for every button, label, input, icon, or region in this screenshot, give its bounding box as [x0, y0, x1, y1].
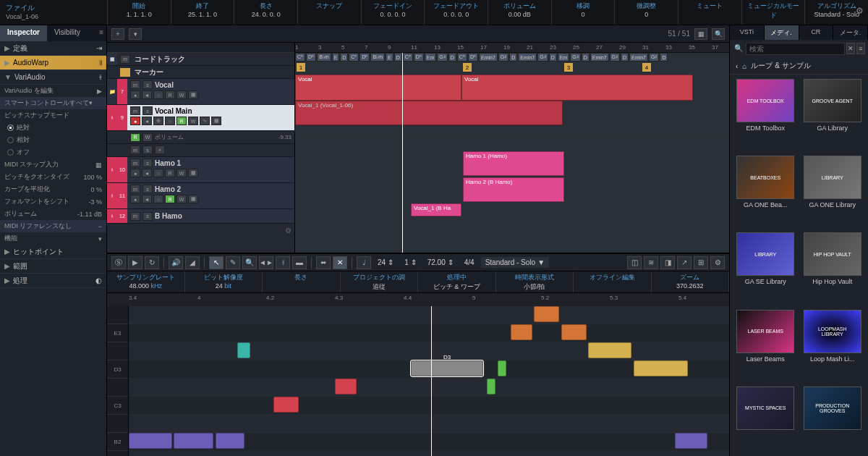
piano-key[interactable]: E3 — [107, 324, 128, 342]
clip-bhamo[interactable]: Vocal_1 (B Ha — [411, 203, 461, 216]
marker-3[interactable]: 3 — [564, 63, 573, 72]
info-field[interactable]: 開始1. 1. 1. 0 — [107, 0, 171, 25]
arrow-tool-icon[interactable]: ↖ — [209, 256, 224, 269]
info-field[interactable]: ミュート — [678, 0, 741, 25]
piano-key[interactable] — [107, 306, 128, 324]
media-item[interactable]: LIBRARYGA ONE Library — [801, 156, 864, 228]
opt-relative[interactable]: 相対 — [0, 134, 106, 146]
midi-reference[interactable]: MIDI リファレンスなし− — [0, 220, 106, 232]
variaudio-note[interactable] — [634, 360, 688, 376]
chord-event[interactable]: G♯ — [610, 53, 620, 62]
editor-info-cell[interactable]: プロジェクトの調追従 — [341, 271, 419, 292]
warp-tool-icon[interactable]: ⫲ — [276, 256, 290, 269]
variaudio-note[interactable] — [534, 306, 559, 322]
chord-event[interactable]: D — [340, 53, 348, 62]
chord-event[interactable]: D — [582, 53, 590, 62]
variaudio-note[interactable] — [675, 433, 707, 449]
info-field[interactable]: 終了25. 1. 1. 0 — [171, 0, 234, 25]
piano-key[interactable]: D3 — [107, 360, 128, 379]
editor-playhead[interactable] — [431, 306, 432, 456]
media-item[interactable]: EDM TOOLBOXEDM Toolbox — [734, 79, 797, 151]
variaudio-note[interactable] — [561, 324, 587, 340]
variaudio-note[interactable] — [588, 342, 631, 358]
chord-event[interactable]: D⁹ — [359, 53, 370, 62]
info-field[interactable]: スナップ — [297, 0, 361, 25]
chord-event[interactable]: Em — [558, 53, 570, 62]
chord-event[interactable]: E — [386, 53, 393, 62]
quantize-icon[interactable]: ♩ — [357, 256, 371, 269]
draw-tool-icon[interactable]: ✎ — [226, 256, 240, 269]
info-field[interactable]: フェードアウト0. 0. 0. 0 — [424, 0, 488, 25]
variaudio-note[interactable] — [216, 433, 244, 449]
opt-absolute[interactable]: 絶対 — [0, 122, 106, 134]
function-menu[interactable]: 機能▾ — [0, 232, 106, 245]
chord-event[interactable]: C⁹ — [457, 53, 467, 62]
inspector-range[interactable]: ▶範囲 — [0, 259, 106, 274]
media-search-input[interactable] — [746, 43, 845, 55]
media-tab[interactable]: メータ. — [833, 25, 868, 40]
marker-1[interactable]: 1 — [297, 63, 305, 72]
clear-search-icon[interactable]: ✕ — [846, 43, 855, 54]
clip-vocal-2[interactable]: Vocal — [461, 75, 693, 101]
chord-event[interactable]: D⁹ — [468, 53, 478, 62]
window-layout-3[interactable]: ◨ — [660, 256, 675, 269]
track-settings-icon[interactable]: ⚙ — [107, 224, 294, 237]
chord-event[interactable]: D⁹ — [306, 53, 316, 62]
inspector-variaudio[interactable]: ▼VariAudio⫳ — [0, 70, 106, 85]
comp-tool-icon[interactable]: ▬ — [292, 256, 307, 269]
folder-icon[interactable]: ▦ — [107, 53, 117, 65]
clip-hamo2[interactable]: Hamo 2 (B Hamo) — [463, 177, 564, 202]
editor-info-cell[interactable]: ズーム370.2632 — [652, 271, 730, 292]
variaudio-canvas[interactable]: E3D3C3B2 D3 — [107, 306, 729, 456]
pitch-quantize[interactable]: ピッチをクオンタイズ100 % — [0, 171, 106, 183]
snap-toggle[interactable]: ⬌ — [316, 256, 331, 269]
variaudio-note[interactable] — [129, 433, 172, 449]
chord-event[interactable]: Em — [425, 53, 437, 62]
chord-event[interactable]: C⁹ — [403, 53, 413, 62]
marker-2[interactable]: 2 — [463, 63, 472, 72]
media-item[interactable]: HIP HOP VAULTHip Hop Vault — [801, 232, 864, 305]
add-track-button[interactable]: + — [111, 28, 124, 40]
marker-4[interactable]: 4 — [642, 63, 651, 72]
speaker-icon[interactable]: 🔊 — [169, 256, 183, 269]
smart-controls-dropdown[interactable]: スマートコントロールすべて▾ — [0, 97, 106, 109]
folder-toggle[interactable]: 📁 — [107, 79, 117, 104]
search-icon[interactable]: 🔍 — [712, 28, 725, 40]
chord-event[interactable]: C⁹ — [349, 53, 359, 62]
editor-info-cell[interactable]: ビット解像度24 bit — [185, 271, 263, 292]
variaudio-edit[interactable]: VariAudio を編集▶ — [0, 85, 106, 97]
midi-step-input[interactable]: MIDI ステップ入力▦ — [0, 159, 106, 171]
layout-icon[interactable]: ⊞ — [694, 256, 708, 269]
volume-param[interactable]: ボリューム-1.11 dB — [0, 208, 106, 220]
mute-button[interactable]: m — [130, 80, 140, 89]
variaudio-note[interactable] — [273, 397, 299, 413]
curve-flatten[interactable]: カーブを平坦化0 % — [0, 183, 106, 195]
window-layout-1[interactable]: ◫ — [627, 256, 642, 269]
variaudio-note[interactable]: D3 — [411, 360, 483, 376]
chord-event[interactable]: B♭m — [317, 53, 331, 62]
media-item[interactable]: LIBRARYGA SE Library — [734, 232, 797, 305]
chord-event[interactable]: D — [509, 53, 517, 62]
speaker-level-icon[interactable]: ◢ — [185, 256, 200, 269]
chord-event[interactable]: G♯ — [570, 53, 580, 62]
chord-event[interactable]: C⁹ — [295, 53, 305, 62]
solo-editor-icon[interactable]: Ⓢ — [111, 256, 126, 269]
formant-shift[interactable]: フォルマントをシフト-3 % — [0, 195, 106, 208]
editor-info-cell[interactable]: 長さ — [263, 271, 341, 292]
piano-key[interactable]: C3 — [107, 397, 128, 415]
editor-info-cell[interactable]: オフライン編集 — [574, 271, 652, 292]
info-field[interactable]: ミュージカルモード — [741, 0, 805, 25]
inspector-audiowarp[interactable]: ▶AudioWarp⫴ — [0, 56, 106, 70]
media-item[interactable]: MYSTIC SPACES — [734, 387, 797, 452]
chord-event[interactable]: Emin7 — [518, 53, 537, 62]
breadcrumb[interactable]: ‹ ⌂ ループ & サンプル — [730, 58, 868, 75]
info-field[interactable]: ボリューム0.00 dB — [488, 0, 551, 25]
variaudio-note[interactable] — [498, 360, 506, 376]
arrangement-timeline[interactable]: 135791113151719212325272931333537 C⁹D⁹B♭… — [295, 43, 729, 253]
zoom-tool-icon[interactable]: 🔍 — [242, 256, 257, 269]
tab-visibility[interactable]: Visibility — [47, 25, 88, 41]
filter-icon[interactable]: ≡ — [856, 43, 865, 54]
variaudio-note[interactable] — [335, 379, 357, 394]
track-handle[interactable]: ⫲ — [107, 105, 117, 130]
track-hamo2[interactable]: ⫲11 msHamo 2 ●◄○RW▦ — [107, 183, 294, 209]
